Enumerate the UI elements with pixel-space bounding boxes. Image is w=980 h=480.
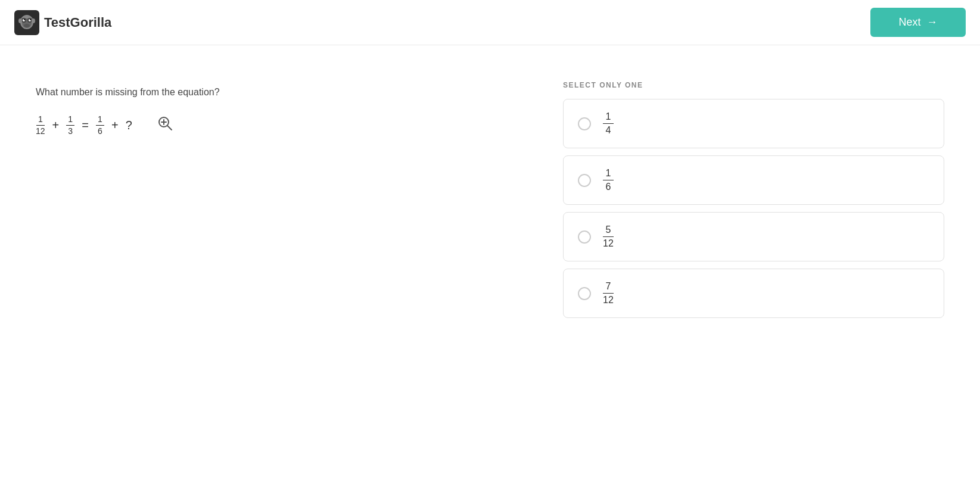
- answer-panel: SELECT ONLY ONE 1 4 1 6: [563, 81, 944, 318]
- svg-point-10: [18, 18, 22, 23]
- select-label: SELECT ONLY ONE: [563, 81, 944, 89]
- fraction-option-a: 1 4: [603, 111, 614, 136]
- fraction-option-c: 5 12: [603, 225, 614, 249]
- logo-text-bold: Gorilla: [70, 15, 112, 30]
- logo: TestGorilla: [14, 10, 111, 35]
- op-equals: =: [82, 119, 89, 132]
- fraction-1-6: 1 6: [96, 114, 104, 136]
- next-button[interactable]: Next →: [870, 8, 966, 37]
- header: TestGorilla Next →: [0, 0, 980, 45]
- main-content: What number is missing from the equation…: [0, 45, 980, 342]
- fraction-option-d: 7 12: [603, 281, 614, 306]
- fraction-1-3: 1 3: [66, 114, 74, 136]
- options-list: 1 4 1 6 5 12: [563, 99, 944, 318]
- svg-point-9: [24, 24, 30, 27]
- option-d[interactable]: 7 12: [563, 269, 944, 318]
- fraction-1-12: 1 12: [36, 114, 45, 136]
- question-mark: ?: [126, 119, 132, 132]
- option-c[interactable]: 5 12: [563, 212, 944, 261]
- op-plus-1: +: [52, 119, 60, 132]
- question-panel: What number is missing from the equation…: [36, 81, 539, 318]
- logo-text-light: Test: [44, 15, 70, 30]
- radio-a[interactable]: [578, 117, 591, 130]
- logo-text: TestGorilla: [44, 15, 111, 30]
- svg-line-13: [167, 126, 172, 130]
- svg-point-7: [24, 19, 25, 20]
- equation: 1 12 + 1 3 = 1 6 + ?: [36, 114, 539, 136]
- option-a[interactable]: 1 4: [563, 99, 944, 148]
- option-b[interactable]: 1 6: [563, 155, 944, 205]
- op-plus-2: +: [111, 119, 119, 132]
- radio-b[interactable]: [578, 174, 591, 187]
- logo-icon: [14, 10, 39, 35]
- svg-point-8: [30, 19, 31, 20]
- radio-c[interactable]: [578, 230, 591, 244]
- next-button-label: Next: [898, 16, 920, 29]
- radio-d[interactable]: [578, 287, 591, 300]
- next-arrow-icon: →: [927, 16, 938, 29]
- zoom-icon[interactable]: [157, 116, 173, 135]
- svg-point-11: [32, 18, 35, 23]
- fraction-option-b: 1 6: [603, 168, 614, 192]
- question-text: What number is missing from the equation…: [36, 87, 539, 98]
